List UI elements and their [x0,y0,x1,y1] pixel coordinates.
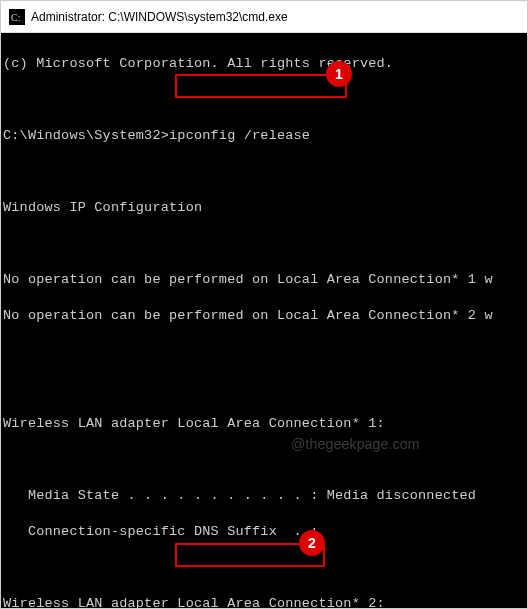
no-op-line: No operation can be performed on Local A… [3,271,525,289]
watermark-text: @thegeekpage.com [291,435,420,453]
callout-badge-1: 1 [326,61,352,87]
svg-text:C:: C: [11,12,20,23]
adapter-heading: Wireless LAN adapter Local Area Connecti… [3,415,525,433]
media-state-line: Media State . . . . . . . . . . . : Medi… [3,487,525,505]
no-op-line: No operation can be performed on Local A… [3,307,525,325]
adapter-heading: Wireless LAN adapter Local Area Connecti… [3,595,525,609]
window-title: Administrator: C:\WINDOWS\system32\cmd.e… [31,10,288,24]
window-titlebar: C: Administrator: C:\WINDOWS\system32\cm… [1,1,527,33]
copyright-line: (c) Microsoft Corporation. All rights re… [3,55,525,73]
terminal-output[interactable]: (c) Microsoft Corporation. All rights re… [1,33,527,609]
callout-badge-2: 2 [299,530,325,556]
prompt-path: C:\Windows\System32> [3,128,169,143]
command-1: ipconfig /release [169,128,310,143]
dns-suffix-line: Connection-specific DNS Suffix . : [3,523,525,541]
ip-config-header: Windows IP Configuration [3,199,525,217]
prompt-line-1: C:\Windows\System32>ipconfig /release [3,127,525,145]
cmd-icon: C: [9,9,25,25]
